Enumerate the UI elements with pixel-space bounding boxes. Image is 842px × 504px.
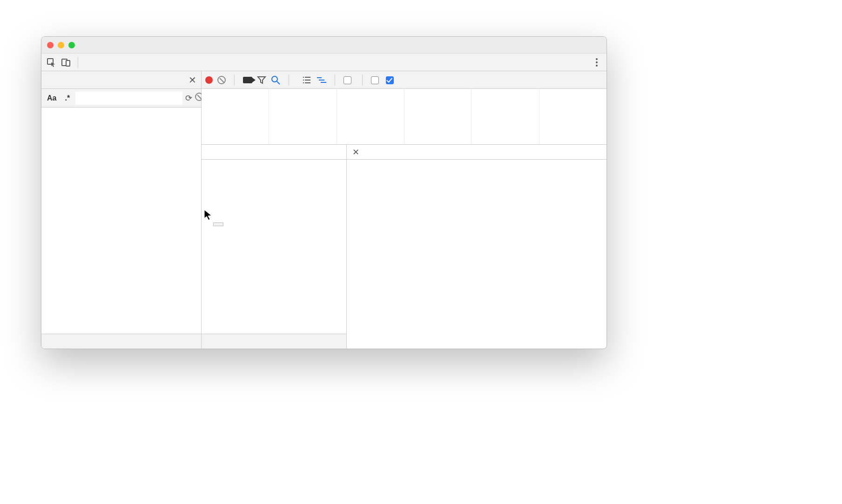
select-element-icon[interactable] [44, 55, 58, 69]
close-icon[interactable]: ✕ [352, 147, 359, 157]
svg-rect-2 [66, 60, 70, 66]
request-list [202, 145, 347, 349]
panel-tabs-bar [41, 54, 606, 71]
record-button[interactable] [205, 76, 213, 84]
zoom-window-button[interactable] [68, 42, 75, 48]
search-input[interactable] [75, 92, 182, 105]
details-tabs: ✕ [347, 145, 606, 160]
search-icon[interactable] [271, 75, 280, 85]
minimize-window-button[interactable] [58, 42, 64, 48]
close-window-button[interactable] [47, 42, 54, 48]
timeline-ruler[interactable] [202, 89, 606, 145]
svg-point-6 [272, 76, 277, 82]
search-results [41, 108, 201, 334]
svg-point-3 [596, 58, 598, 60]
search-header: ✕ [41, 71, 201, 89]
network-toolbar [202, 71, 606, 89]
window-controls [47, 42, 75, 48]
waterfall-view-icon[interactable] [316, 76, 326, 84]
svg-point-4 [596, 61, 598, 63]
separator [234, 74, 235, 86]
group-by-frame-checkbox[interactable] [344, 75, 354, 85]
filter-icon[interactable] [257, 76, 266, 84]
list-view-icon[interactable] [302, 76, 311, 84]
regex-toggle[interactable]: .* [62, 92, 73, 104]
separator [335, 74, 335, 86]
separator [289, 74, 289, 86]
capture-screenshots-icon[interactable] [243, 77, 252, 83]
separator [362, 74, 363, 86]
request-list-footer [202, 334, 346, 349]
more-menu-icon[interactable] [590, 55, 604, 69]
match-case-toggle[interactable]: Aa [44, 92, 59, 104]
separator [78, 57, 78, 68]
request-details: ✕ [347, 145, 606, 349]
search-input-row: Aa .* ⟳ [41, 89, 201, 108]
device-toolbar-icon[interactable] [59, 55, 73, 69]
network-panel: ✕ [202, 71, 606, 349]
search-drawer: ✕ Aa .* ⟳ [41, 71, 202, 349]
headers-pane [347, 160, 606, 349]
titlebar [41, 37, 606, 54]
search-status [41, 334, 201, 349]
disable-cache-checkbox[interactable] [386, 75, 396, 85]
devtools-window: ✕ Aa .* ⟳ [41, 36, 607, 349]
svg-point-5 [596, 65, 598, 67]
refresh-icon[interactable]: ⟳ [185, 93, 192, 103]
tooltip [213, 222, 223, 226]
clear-button[interactable] [217, 76, 226, 84]
request-list-header[interactable] [202, 145, 346, 160]
preserve-log-checkbox[interactable] [371, 75, 381, 85]
close-icon[interactable]: ✕ [189, 74, 196, 86]
